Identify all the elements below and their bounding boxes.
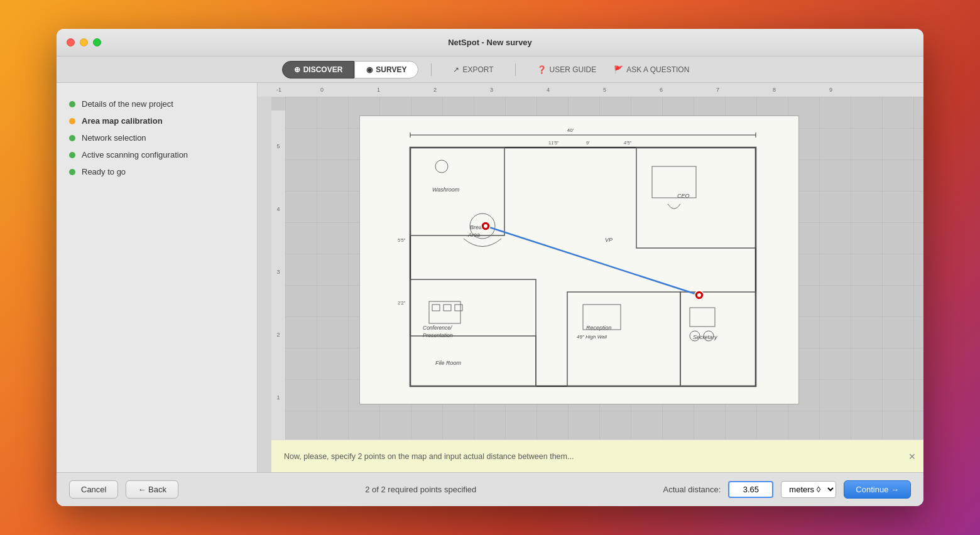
- dot-scanning: [69, 152, 75, 158]
- dot-ready: [69, 169, 75, 175]
- svg-text:3: 3: [276, 269, 280, 275]
- distance-label: Actual distance:: [663, 485, 721, 494]
- dot-calibration: [69, 118, 75, 124]
- sidebar-item-scanning[interactable]: Active scanning configuration: [69, 146, 244, 163]
- bottom-bar: Cancel ← Back 2 of 2 required points spe…: [57, 472, 923, 506]
- svg-text:2'2": 2'2": [398, 300, 406, 306]
- nav-bar: ⊕ DISCOVER ◉ SURVEY ↗ EXPORT ❓ USER GUID…: [57, 57, 923, 83]
- canvas-area[interactable]: -1 0 1 2 3 4 5 6 7 8 9: [258, 83, 923, 472]
- svg-text:7: 7: [716, 87, 719, 93]
- svg-text:-1: -1: [276, 87, 281, 93]
- nav-discover[interactable]: ⊕ DISCOVER: [282, 61, 355, 78]
- nav-divider-2: [515, 63, 516, 76]
- window-title: NetSpot - New survey: [448, 38, 532, 47]
- close-button[interactable]: [67, 38, 75, 46]
- svg-text:0: 0: [320, 87, 324, 93]
- svg-point-40: [435, 160, 448, 173]
- hint-bar: Now, please, specify 2 points on the map…: [271, 440, 923, 472]
- nav-divider-1: [431, 63, 432, 76]
- svg-text:6: 6: [660, 87, 663, 93]
- svg-text:40': 40': [567, 127, 574, 133]
- svg-rect-44: [455, 305, 462, 311]
- ruler-left: 5 4 3 2 1: [271, 111, 285, 472]
- ruler-top: -1 0 1 2 3 4 5 6 7 8 9: [258, 83, 923, 97]
- sidebar-item-calibration[interactable]: Area map calibration: [69, 112, 244, 129]
- sidebar-item-details[interactable]: Details of the new project: [69, 95, 244, 112]
- sidebar-item-ready[interactable]: Ready to go: [69, 163, 244, 180]
- svg-rect-0: [258, 83, 923, 97]
- svg-text:11'5": 11'5": [548, 140, 559, 146]
- svg-text:49" High Wall: 49" High Wall: [577, 334, 607, 340]
- svg-point-55: [697, 293, 701, 297]
- svg-rect-18: [410, 148, 756, 386]
- points-status: 2 of 2 required points specified: [186, 485, 656, 494]
- back-button[interactable]: ← Back: [126, 480, 178, 499]
- sidebar: Details of the new project Area map cali…: [57, 83, 258, 472]
- nav-user-guide[interactable]: ❓ USER GUIDE: [528, 62, 606, 77]
- units-select[interactable]: meters ◊ feet ◊: [781, 481, 836, 498]
- title-bar: NetSpot - New survey: [57, 29, 923, 57]
- svg-text:2: 2: [433, 87, 437, 93]
- nav-ask-question[interactable]: 🚩 ASK A QUESTION: [605, 62, 698, 77]
- svg-text:1: 1: [377, 87, 380, 93]
- map-container[interactable]: 5 4 3 2 1 Washroom: [271, 97, 923, 472]
- svg-text:2: 2: [276, 332, 280, 338]
- svg-text:3: 3: [490, 87, 493, 93]
- svg-text:8: 8: [773, 87, 776, 93]
- svg-text:Conference/: Conference/: [423, 325, 453, 331]
- svg-rect-42: [432, 305, 440, 311]
- svg-point-53: [484, 224, 487, 228]
- distance-input[interactable]: [728, 481, 773, 498]
- svg-line-51: [486, 226, 699, 295]
- chat-icon: 🚩: [614, 65, 623, 74]
- question-icon: ❓: [537, 65, 547, 74]
- traffic-lights: [67, 38, 101, 46]
- svg-text:VP: VP: [605, 237, 612, 243]
- svg-text:Presentation: Presentation: [423, 332, 453, 338]
- svg-text:5: 5: [276, 143, 280, 149]
- main-content: Details of the new project Area map cali…: [57, 83, 923, 472]
- svg-text:1: 1: [276, 394, 280, 401]
- svg-text:9': 9': [586, 140, 590, 146]
- svg-text:4: 4: [547, 87, 550, 93]
- continue-button[interactable]: Continue →: [844, 480, 911, 499]
- svg-rect-43: [444, 305, 451, 311]
- svg-rect-12: [271, 111, 285, 472]
- minimize-button[interactable]: [80, 38, 88, 46]
- dot-network: [69, 135, 75, 141]
- dot-details: [69, 101, 75, 107]
- svg-text:5: 5: [603, 87, 606, 93]
- globe-icon: ⊕: [294, 65, 300, 74]
- pin-icon: ◉: [366, 65, 373, 74]
- svg-rect-34: [680, 292, 756, 386]
- maximize-button[interactable]: [93, 38, 101, 46]
- hint-close-button[interactable]: ✕: [908, 451, 916, 462]
- svg-text:File Room: File Room: [435, 360, 462, 366]
- svg-text:5'5": 5'5": [398, 237, 406, 243]
- svg-rect-26: [410, 336, 536, 386]
- nav-export[interactable]: ↗ EXPORT: [444, 62, 502, 77]
- export-icon: ↗: [453, 65, 459, 74]
- svg-text:4'5": 4'5": [624, 140, 632, 146]
- svg-text:9: 9: [829, 87, 832, 93]
- nav-survey[interactable]: ◉ SURVEY: [354, 61, 418, 78]
- svg-rect-47: [690, 308, 715, 327]
- hint-text: Now, please, specify 2 points on the map…: [284, 452, 574, 461]
- cancel-button[interactable]: Cancel: [69, 480, 118, 499]
- sidebar-item-network[interactable]: Network selection: [69, 129, 244, 146]
- svg-text:4: 4: [276, 206, 280, 212]
- app-window: NetSpot - New survey ⊕ DISCOVER ◉ SURVEY…: [57, 29, 923, 506]
- floor-plan-svg[interactable]: Washroom Break Area Conference/ Presenta…: [359, 116, 799, 404]
- svg-text:Washroom: Washroom: [432, 186, 460, 193]
